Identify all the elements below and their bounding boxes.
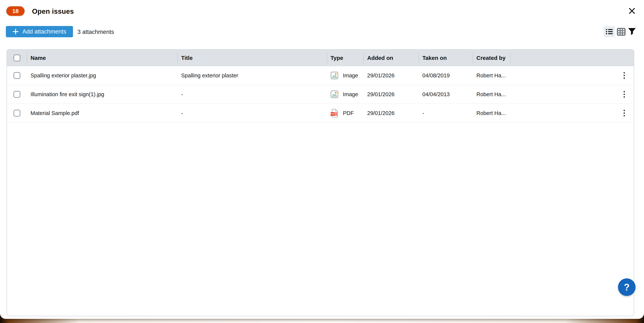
image-file-icon: [330, 90, 338, 98]
attachment-type-label: Image: [343, 91, 358, 97]
help-button[interactable]: ?: [618, 278, 636, 296]
table-row[interactable]: Illumination fire exit sign(1).jpg -: [7, 85, 634, 104]
column-header-created-by[interactable]: Created by: [473, 50, 510, 66]
taken-on-date: -: [418, 110, 473, 116]
add-attachments-label: Add attachments: [22, 28, 66, 35]
created-by: Robert Ha...: [473, 110, 510, 116]
added-on-date: 29/01/2026: [364, 72, 418, 79]
question-mark-icon: ?: [624, 282, 630, 293]
attachment-name: Illumination fire exit sign(1).jpg: [27, 91, 178, 97]
open-issues-count-badge: 18: [6, 6, 25, 16]
toolbar-divider: [73, 26, 73, 37]
svg-text:PDF: PDF: [330, 113, 335, 115]
added-on-date: 29/01/2026: [364, 91, 418, 97]
column-header-type[interactable]: Type: [327, 50, 364, 66]
row-checkbox[interactable]: [14, 110, 20, 116]
added-on-date: 29/01/2026: [364, 110, 418, 116]
select-all-checkbox[interactable]: [14, 55, 20, 61]
column-header-name[interactable]: Name: [27, 50, 178, 66]
attachments-modal: 18 Open issues Add attachments 3 attachm…: [0, 0, 644, 319]
table-body: Spalling exterior plaster.jpg Spalling e…: [7, 66, 634, 123]
filter-icon: [628, 27, 636, 36]
attachment-title: Spalling exterior plaster: [178, 72, 327, 79]
row-checkbox[interactable]: [14, 91, 20, 98]
attachments-count: 3 attachments: [78, 29, 114, 35]
column-header-taken-on[interactable]: Taken on: [418, 50, 473, 66]
plus-icon: [12, 29, 19, 35]
table-row[interactable]: Spalling exterior plaster.jpg Spalling e…: [7, 66, 634, 85]
taken-on-date: 04/08/2019: [418, 72, 473, 79]
created-by: Robert Ha...: [473, 72, 510, 79]
taken-on-date: 04/04/2013: [418, 91, 473, 97]
created-by: Robert Ha...: [473, 91, 510, 97]
pdf-file-icon: PDF: [330, 109, 338, 117]
filter-button[interactable]: [628, 27, 636, 36]
attachment-name: Material Sample.pdf: [27, 110, 178, 116]
column-header-added-on[interactable]: Added on: [364, 50, 418, 66]
close-button[interactable]: [628, 7, 636, 15]
attachment-name: Spalling exterior plaster.jpg: [27, 72, 178, 79]
attachment-type-label: Image: [343, 72, 358, 79]
list-view-button[interactable]: [604, 26, 615, 37]
table-header-row: Name Title Type Added on Taken on Create…: [7, 50, 634, 66]
grid-view-icon: [617, 28, 626, 36]
attachment-type-label: PDF: [343, 110, 354, 116]
kebab-menu-icon[interactable]: [623, 90, 626, 98]
kebab-menu-icon[interactable]: [623, 72, 626, 79]
attachment-title: -: [178, 91, 327, 97]
attachments-table: Name Title Type Added on Taken on Create…: [6, 49, 634, 316]
kebab-menu-icon[interactable]: [623, 109, 626, 117]
attachment-title: -: [178, 110, 327, 116]
badge-count: 18: [12, 8, 18, 14]
table-row[interactable]: Material Sample.pdf - PDF: [7, 104, 634, 123]
page-title: Open issues: [32, 7, 74, 15]
close-icon: [629, 8, 635, 14]
grid-view-button[interactable]: [617, 28, 626, 36]
add-attachments-button[interactable]: Add attachments: [6, 26, 73, 37]
column-header-actions: [510, 50, 634, 66]
list-view-icon: [605, 27, 614, 36]
column-header-title[interactable]: Title: [178, 50, 327, 66]
row-checkbox[interactable]: [14, 72, 20, 79]
image-file-icon: [330, 71, 338, 79]
